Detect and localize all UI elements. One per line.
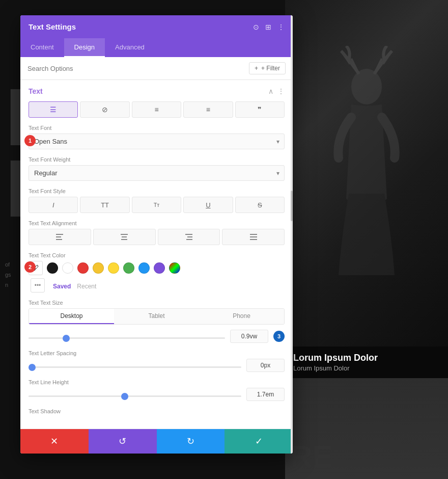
filter-button[interactable]: + + Filter [249,62,286,74]
size-tab-desktop[interactable]: Desktop [29,309,114,324]
line-height-slider[interactable] [29,395,241,397]
panel-header: Text Settings ⊙ ⊞ ⋮ [20,15,293,38]
filter-icon: + [255,65,258,72]
color-field: Text Text Color 2 🖊 ••• [29,252,285,292]
svg-rect-1 [56,234,63,235]
uppercase-btn[interactable]: TT [80,197,129,213]
letter-spacing-value-input[interactable] [246,359,285,372]
color-swatches-row: 🖊 [29,261,285,275]
recent-tab[interactable]: Recent [77,283,96,290]
search-input[interactable] [27,65,249,72]
swatch-blue[interactable] [138,262,150,274]
swatch-green[interactable] [123,262,134,274]
settings-icon[interactable]: ⊙ [253,23,259,31]
format-toolbar: ☰ ⊘ ≡ ≡ ❞ [29,101,285,118]
style-buttons: I TT Tт U S [29,197,285,213]
cancel-button[interactable]: ✕ [20,429,89,454]
badge-3: 3 [273,331,285,342]
letter-spacing-slider-container [29,361,241,370]
size-label: Text Text Size [29,300,285,306]
section-title: Text [29,87,43,95]
size-tab-phone[interactable]: Phone [199,309,284,324]
swatch-yellow[interactable] [93,262,104,274]
panel-title: Text Settings [29,22,76,31]
letter-spacing-slider[interactable] [29,366,241,368]
size-tab-tablet[interactable]: Tablet [114,309,199,324]
scroll-thumb[interactable] [291,191,293,221]
swatch-gold[interactable] [108,262,119,274]
section-header: Text ∧ ⋮ [29,87,285,95]
header-icons: ⊙ ⊞ ⋮ [253,23,285,31]
badge-1: 1 [24,135,36,146]
letter-spacing-slider-row [29,359,285,372]
align-buttons [29,229,285,245]
search-bar: + + Filter [20,57,293,80]
line-height-slider-row [29,388,285,401]
align-right-alignment-btn[interactable] [158,229,220,245]
size-slider[interactable] [29,337,225,339]
align-justify-alignment-btn[interactable] [222,229,285,245]
collapse-icon[interactable]: ∧ [268,87,273,95]
swatch-custom[interactable] [169,262,180,274]
list-btn[interactable]: ≡ [132,101,181,118]
left-side-text: of gs n [5,260,11,290]
weight-select[interactable]: Regular Bold Light [29,165,285,181]
scrollbar[interactable] [291,15,293,454]
columns-icon[interactable]: ⊞ [265,23,271,31]
tab-content[interactable]: Content [20,38,64,57]
section-more-icon[interactable]: ⋮ [277,87,285,95]
align-left-alignment-btn[interactable] [29,229,91,245]
alignment-label: Text Text Alignment [29,220,285,226]
person-silhouette [316,46,417,301]
align-center-alignment-btn[interactable] [93,229,156,245]
weight-label: Text Font Weight [29,156,285,163]
strikethrough-btn[interactable]: S [235,197,285,213]
style-field: Text Font Style I TT Tт U S [29,188,285,213]
more-options-icon[interactable]: ⋮ [277,23,285,31]
saved-tab[interactable]: Saved [53,283,71,290]
shadow-field: Text Shadow [29,408,285,414]
section-actions: ∧ ⋮ [268,87,285,95]
tab-bar: Content Design Advanced [20,38,293,57]
swatch-red[interactable] [77,262,89,274]
shadow-label: Text Shadow [29,408,285,414]
capitalize-btn[interactable]: Tт [132,197,181,213]
svg-rect-9 [186,239,192,240]
size-device-tabs: Desktop Tablet Phone [29,308,285,325]
more-colors-button[interactable]: ••• [31,278,45,292]
svg-rect-3 [56,239,62,240]
swatch-purple[interactable] [154,262,165,274]
action-bar: ✕ ↺ ↻ ✓ [20,429,293,454]
badge-2: 2 [24,261,36,273]
swatch-black[interactable] [47,262,58,274]
redo-button[interactable]: ↻ [157,429,225,454]
alignment-field: Text Text Alignment [29,220,285,245]
swatch-white[interactable] [62,262,73,274]
confirm-button[interactable]: ✓ [225,429,293,454]
caption-title: Lorum Ipsum Dolor [293,353,440,363]
italic-format-btn[interactable]: ⊘ [80,101,129,118]
line-height-value-input[interactable] [246,388,285,401]
size-value-input[interactable] [230,330,268,343]
size-slider-row: 3 [29,330,285,343]
font-select[interactable]: Open Sans Roboto Lato [29,134,285,149]
caption-bar: Lorum Ipsum Dolor Lorum Ipsum Dolor [285,347,448,378]
ordered-list-btn[interactable]: ≡ [183,101,233,118]
underline-btn[interactable]: U [183,197,233,213]
caption-subtitle: Lorum Ipsum Dolor [293,364,440,372]
tab-design[interactable]: Design [64,38,105,57]
align-left-btn[interactable]: ☰ [29,101,78,118]
tab-advanced[interactable]: Advanced [105,38,155,57]
line-height-field: Text Line Height [29,379,285,401]
undo-button[interactable]: ↺ [89,429,157,454]
svg-rect-8 [187,236,192,237]
letter-spacing-label: Text Letter Spacing [29,350,285,356]
line-height-slider-container [29,390,241,399]
panel-body: Text ∧ ⋮ ☰ ⊘ ≡ ≡ ❞ Text Font 1 [20,80,293,429]
svg-rect-2 [56,236,61,237]
italic-btn[interactable]: I [29,197,78,213]
quote-btn[interactable]: ❞ [235,101,285,118]
color-label: Text Text Color [29,252,285,258]
svg-rect-7 [185,234,192,235]
background-image-area: Lorum Ipsum Dolor Lorum Ipsum Dolor RE [285,0,448,479]
